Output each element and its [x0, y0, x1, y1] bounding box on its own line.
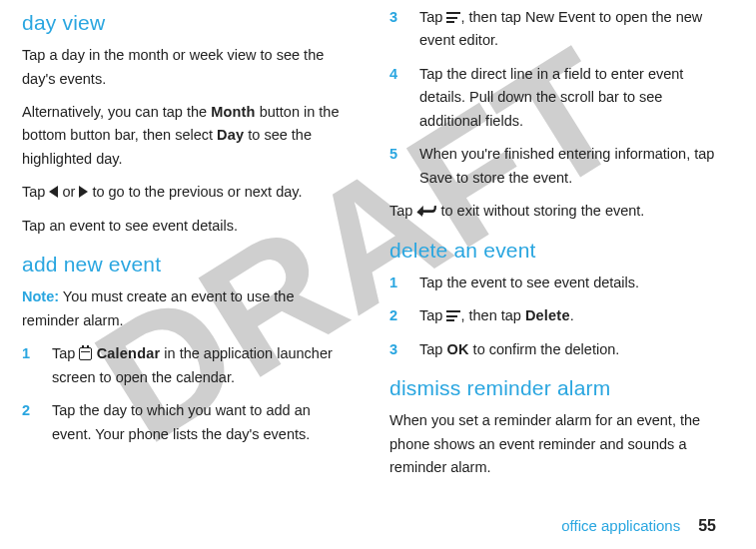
heading-dismiss-alarm: dismiss reminder alarm — [389, 371, 716, 405]
delete-step-2: 2 Tap , then tap Delete. — [389, 304, 716, 327]
step-number: 1 — [389, 272, 419, 294]
text: Tap — [389, 203, 416, 219]
menu-icon — [446, 310, 460, 321]
step-text: Tap , then tap Delete. — [419, 304, 716, 327]
text: Tap — [22, 184, 49, 200]
step-2: 2 Tap the day to which you want to add a… — [22, 399, 344, 446]
text: to confirm the deletion. — [469, 341, 620, 357]
text: to exit without storing the event. — [436, 203, 644, 219]
calendar-label: Calendar — [92, 345, 160, 361]
calendar-icon — [79, 347, 92, 360]
delete-step-3: 3 Tap OK to confirm the deletion. — [389, 338, 716, 361]
text: You must create an event to use the remi… — [22, 288, 294, 327]
day-button-label: Day — [217, 127, 244, 143]
text: Alternatively, you can tap the — [22, 104, 211, 120]
step-number: 4 — [389, 63, 419, 133]
paragraph: When you set a reminder alarm for an eve… — [389, 409, 716, 479]
page-footer: office applications55 — [561, 517, 716, 535]
paragraph: Tap an event to see event details. — [22, 215, 344, 238]
step-text: Tap , then tap New Event to open the new… — [419, 6, 716, 53]
paragraph: Tap a day in the month or week view to s… — [22, 44, 344, 91]
step-text: Tap OK to confirm the deletion. — [419, 338, 716, 361]
right-column: 3 Tap , then tap New Event to open the n… — [389, 6, 716, 490]
paragraph: Alternatively, you can tap the Month but… — [22, 101, 344, 171]
note-label: Note: — [22, 288, 59, 304]
page-content: day view Tap a day in the month or week … — [22, 6, 716, 490]
text: , then tap — [460, 307, 525, 323]
text: to go to the previous or next day. — [88, 184, 302, 200]
paragraph: Tap or to go to the previous or next day… — [22, 181, 344, 204]
ok-label: OK — [446, 341, 468, 357]
step-number: 5 — [389, 143, 419, 190]
step-number: 2 — [22, 399, 52, 446]
text: or — [58, 184, 79, 200]
heading-delete-event: delete an event — [389, 234, 716, 268]
heading-day-view: day view — [22, 6, 344, 40]
menu-icon — [446, 12, 460, 23]
step-number: 3 — [389, 6, 419, 53]
delete-label: Delete — [525, 307, 570, 323]
text: Tap — [419, 341, 446, 357]
text: . — [570, 307, 574, 323]
page-number: 55 — [698, 517, 716, 534]
month-button-label: Month — [211, 104, 255, 120]
text: Tap — [419, 307, 446, 323]
text: Tap — [52, 345, 79, 361]
step-3: 3 Tap , then tap New Event to open the n… — [389, 6, 716, 53]
step-text: Tap the event to see event details. — [419, 272, 716, 294]
left-column: day view Tap a day in the month or week … — [22, 6, 344, 490]
step-number: 3 — [389, 338, 419, 361]
text: , then tap New Event to open the new eve… — [419, 9, 702, 48]
step-5: 5 When you're finished entering informat… — [389, 143, 716, 190]
step-number: 2 — [389, 304, 419, 327]
step-text: Tap the direct line in a field to enter … — [419, 63, 716, 133]
step-number: 1 — [22, 342, 52, 389]
text: Tap — [419, 9, 446, 25]
step-4: 4 Tap the direct line in a field to ente… — [389, 63, 716, 133]
delete-step-1: 1 Tap the event to see event details. — [389, 272, 716, 294]
step-text: When you're finished entering informatio… — [419, 143, 716, 190]
paragraph: Tap to exit without storing the event. — [389, 200, 716, 223]
back-arrow-icon — [416, 206, 436, 218]
footer-section-label: office applications — [561, 517, 680, 534]
heading-add-event: add new event — [22, 248, 344, 281]
note-paragraph: Note: You must create an event to use th… — [22, 285, 344, 332]
step-1: 1 Tap Calendar in the application launch… — [22, 342, 344, 389]
step-text: Tap the day to which you want to add an … — [52, 399, 344, 446]
step-text: Tap Calendar in the application launcher… — [52, 342, 344, 389]
